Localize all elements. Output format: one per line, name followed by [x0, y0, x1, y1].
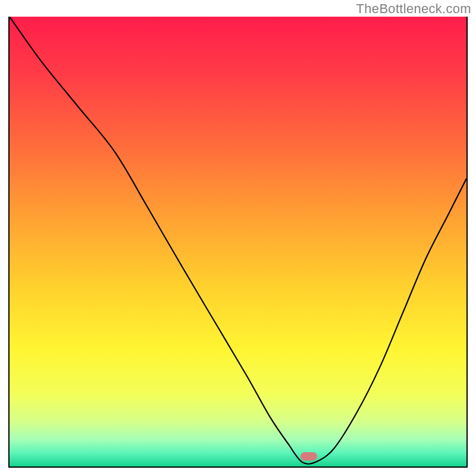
gradient-background — [10, 17, 466, 466]
watermark-text: TheBottleneck.com — [356, 1, 471, 17]
plot-frame — [8, 17, 468, 468]
optimal-point-marker — [300, 452, 317, 461]
chart-container: TheBottleneck.com — [0, 0, 476, 476]
plot-svg — [10, 17, 466, 466]
